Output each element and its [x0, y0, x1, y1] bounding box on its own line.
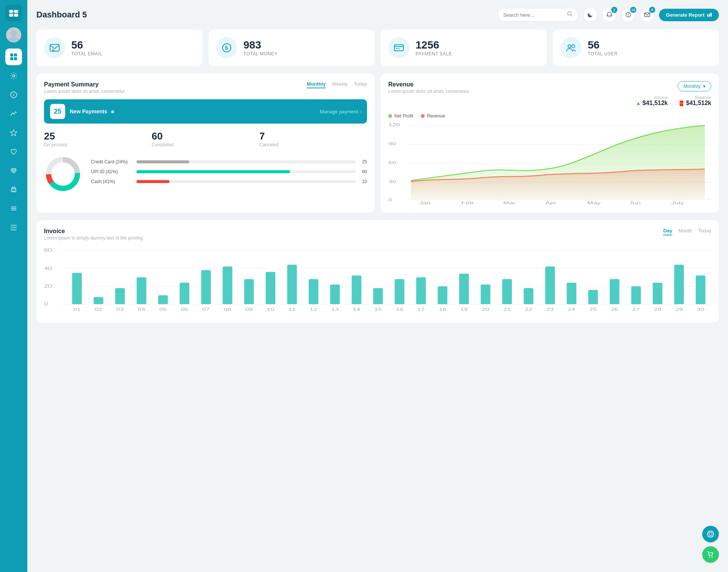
pbar-upi-label: UPI ID (41%): [91, 169, 133, 174]
sidebar-item-chart[interactable]: [5, 105, 22, 122]
header: Dashboard 5 2 12 5: [36, 8, 719, 22]
revenue-dropdown[interactable]: Monthly ▾: [678, 81, 711, 91]
invoice-x-label: 23: [546, 307, 554, 312]
svg-text:July: July: [671, 201, 684, 205]
invoice-tabs: Day Month Today: [663, 228, 711, 235]
expense-icon: 🧧: [678, 100, 684, 106]
invoice-bar: [158, 295, 168, 304]
sidebar-item-heart2[interactable]: [5, 162, 22, 179]
payment-icon: [388, 37, 410, 58]
invoice-title: Invoice: [44, 228, 143, 235]
sidebar-item-heart[interactable]: [5, 143, 22, 160]
svg-point-43: [572, 45, 575, 48]
search-box[interactable]: [497, 8, 579, 22]
svg-text:Feb: Feb: [461, 201, 474, 205]
page-title: Dashboard 5: [36, 10, 87, 20]
sidebar-item-print[interactable]: [5, 181, 22, 198]
invoice-tab-day[interactable]: Day: [663, 228, 672, 235]
svg-text:60: 60: [44, 248, 52, 253]
svg-text:0: 0: [388, 197, 392, 202]
support-fab[interactable]: [702, 526, 719, 542]
invoice-bar: [330, 284, 340, 304]
svg-rect-21: [11, 227, 17, 228]
svg-marker-14: [11, 130, 17, 136]
invoice-x-label: 12: [310, 307, 317, 312]
income-amount: $41,512k: [643, 100, 668, 107]
invoice-bar: [631, 286, 641, 304]
svg-point-13: [13, 93, 14, 94]
new-payments-bar: 25 New Payments Manage payment ›: [44, 99, 367, 124]
total-user-number: 56: [588, 39, 618, 51]
chevron-down-icon: ▾: [703, 83, 706, 89]
svg-rect-31: [709, 14, 710, 17]
invoice-header: Invoice Lorem Ipsum is simply dummy text…: [44, 228, 711, 241]
svg-text:May: May: [587, 201, 601, 205]
main-content: Dashboard 5 2 12 5: [27, 0, 728, 572]
on-process-label: On process: [44, 142, 152, 147]
svg-rect-2: [9, 14, 13, 17]
stat-card-email: 56 TOTAL EMAIL: [36, 30, 202, 66]
invoice-x-label: 13: [331, 307, 339, 312]
tab-today[interactable]: Today: [354, 81, 367, 88]
svg-text:0: 0: [44, 301, 48, 307]
stat-card-user: 56 TOTAL USER: [553, 30, 719, 66]
invoice-bar: [180, 283, 190, 304]
expense-amount: $41,512k: [686, 100, 711, 107]
stat-card-payment: 1256 PAYMENT SALE: [381, 30, 547, 66]
invoice-x-label: 26: [611, 307, 618, 312]
invoice-bar: [395, 279, 405, 304]
invoice-tab-today[interactable]: Today: [698, 228, 711, 235]
cart-fab[interactable]: [702, 546, 719, 563]
payment-sale-number: 1256: [416, 39, 452, 51]
generate-report-button[interactable]: Generate Report: [659, 9, 719, 21]
invoice-x-label: 28: [654, 307, 661, 312]
sidebar-item-star[interactable]: [5, 124, 22, 141]
payment-tabs: Monthly Weekly Today: [307, 81, 367, 88]
total-money-number: 983: [243, 39, 278, 51]
sidebar-item-list[interactable]: [5, 219, 22, 236]
income-expense: Income ▲ $41,512k Expense 🧧 $41,512k: [636, 95, 711, 107]
avatar[interactable]: [6, 27, 21, 42]
income-item: Income ▲ $41,512k: [636, 95, 668, 107]
svg-text:$: $: [225, 45, 228, 51]
sidebar-item-menu[interactable]: [5, 200, 22, 217]
invoice-tab-month[interactable]: Month: [678, 228, 692, 235]
revenue-chart: 120 90 60 30 0 Jan Feb Mar Apr Ma: [388, 122, 711, 205]
invoice-x-label: 21: [503, 307, 511, 312]
invoice-bar: [309, 279, 318, 304]
dark-mode-toggle[interactable]: [583, 8, 598, 22]
invoice-bar: [459, 274, 469, 304]
manage-payment-link[interactable]: Manage payment ›: [320, 109, 361, 114]
tab-weekly[interactable]: Weekly: [332, 81, 348, 88]
canceled-label: Canceled: [259, 142, 367, 147]
revenue-label: Revenue: [427, 113, 445, 119]
invoice-x-label: 22: [525, 307, 532, 312]
payment-chart-area: Credit Card (24%) 25 UPI ID (41%) 60 Cas…: [44, 155, 367, 193]
invoice-bar: [674, 265, 684, 304]
sidebar-item-dashboard[interactable]: [5, 49, 22, 65]
invoice-x-label: 10: [267, 307, 275, 312]
svg-point-4: [10, 30, 17, 37]
invoice-x-label: 09: [245, 307, 253, 312]
svg-point-28: [628, 16, 629, 16]
sidebar-item-settings[interactable]: [5, 67, 22, 84]
svg-rect-22: [11, 229, 17, 230]
pbar-upi: UPI ID (41%) 60: [91, 169, 367, 174]
pbar-credit-label: Credit Card (24%): [91, 159, 133, 165]
trio-canceled: 7 Canceled: [259, 130, 367, 147]
notifications-icon[interactable]: 2: [602, 8, 617, 22]
stat-card-money: $ 983 TOTAL MONEY: [209, 30, 375, 66]
sidebar-item-info[interactable]: [5, 86, 22, 103]
invoice-x-label: 04: [138, 307, 145, 312]
total-email-label: TOTAL EMAIL: [71, 51, 102, 56]
messages-icon[interactable]: 5: [640, 8, 654, 22]
invoice-x-label: 19: [460, 307, 468, 312]
svg-rect-38: [394, 45, 403, 51]
alerts-icon[interactable]: 12: [621, 8, 635, 22]
search-input[interactable]: [503, 12, 564, 18]
invoice-x-label: 05: [159, 307, 167, 312]
pbar-cash-val: 10: [359, 179, 367, 184]
invoice-bar: [481, 284, 491, 304]
generate-report-label: Generate Report: [666, 12, 704, 18]
tab-monthly[interactable]: Monthly: [307, 81, 326, 88]
